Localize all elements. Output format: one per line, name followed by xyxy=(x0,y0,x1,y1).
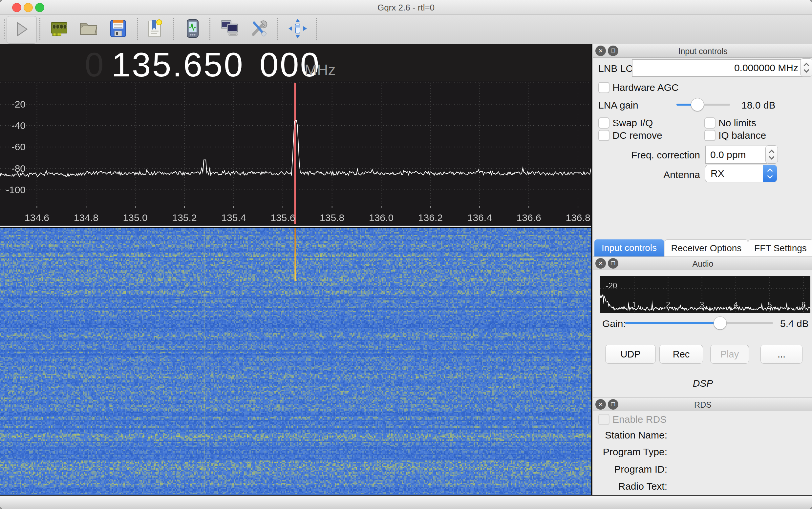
move-arrows-icon xyxy=(287,18,308,40)
enable-rds-label: Enable RDS xyxy=(612,414,667,425)
audio-gain-slider-thumb[interactable] xyxy=(714,316,727,330)
spectrum-y-tick-label: -20 xyxy=(11,99,26,110)
chevron-down-icon xyxy=(804,67,809,72)
remote-control-button[interactable] xyxy=(217,16,242,42)
dc-remove-checkbox[interactable] xyxy=(598,130,610,141)
hardware-agc-checkbox[interactable] xyxy=(598,82,610,93)
frequency-unit: MHz xyxy=(304,61,336,79)
freq-correction-value: 0.0 ppm xyxy=(710,149,746,160)
input-controls-title: Input controls xyxy=(593,46,812,56)
dsp-label: DSP xyxy=(593,378,812,389)
lna-gain-value: 18.0 dB xyxy=(741,100,775,111)
right-panel: ✕ ❐ Input controls LNB LO 0.000000 MHz H… xyxy=(592,44,812,495)
toolbar-separator xyxy=(316,18,317,40)
frequency-panel: 0 135.650 000 MHz -28 dBFS -100-80-60-40… xyxy=(0,44,593,81)
spectrum-x-tick-label: 136.2 xyxy=(418,212,443,223)
start-dsp-button[interactable] xyxy=(6,16,37,44)
spectrum-x-tick-label: 135.4 xyxy=(221,212,246,223)
rds-radio-text-label: Radio Text: xyxy=(598,481,667,492)
lnb-lo-stepper[interactable] xyxy=(800,58,812,77)
spectrum-x-tick-label: 135.6 xyxy=(270,212,295,223)
lna-gain-slider-thumb[interactable] xyxy=(691,98,704,111)
swap-iq-label: Swap I/Q xyxy=(612,117,653,129)
rds-program-id-label: Program ID: xyxy=(598,464,667,475)
bookmark-icon xyxy=(144,18,165,40)
save-file-button[interactable] xyxy=(105,16,131,42)
freq-correction-stepper[interactable] xyxy=(766,145,778,164)
spectrum-plot[interactable]: -20-40-60-80-100134.6134.8135.0135.2135.… xyxy=(0,81,593,226)
rec-button[interactable]: Rec xyxy=(659,345,703,364)
dsp-waveform-icon xyxy=(182,18,203,40)
audio-x-tick-label: 1 xyxy=(632,300,637,309)
tab-fft-settings[interactable]: FFT Settings xyxy=(748,239,812,257)
bookmarks-button[interactable] xyxy=(142,16,167,42)
device-board-icon xyxy=(48,18,70,40)
play-button: Play xyxy=(710,345,749,364)
open-file-button[interactable] xyxy=(76,16,101,42)
lnb-lo-value: 0.000000 MHz xyxy=(734,62,798,73)
audio-x-tick-label: 5 xyxy=(767,300,772,309)
spectrum-y-tick-label: -40 xyxy=(11,120,26,131)
iq-balance-label: IQ balance xyxy=(718,130,766,141)
spectrum-canvas[interactable] xyxy=(0,81,593,226)
spectrum-x-tick-label: 135.2 xyxy=(172,212,197,223)
audio-x-tick-label: 6 xyxy=(802,300,806,309)
rds-title: RDS xyxy=(593,400,812,410)
no-limits-checkbox[interactable] xyxy=(704,117,715,129)
audio-header: ✕ ❐ Audio xyxy=(593,257,812,270)
antenna-select[interactable]: RX xyxy=(705,165,777,182)
gqrx-window: Gqrx 2.6 - rtl=0 xyxy=(0,0,812,509)
dsp-options-button[interactable] xyxy=(180,16,205,42)
chevron-down-icon xyxy=(769,154,775,159)
settings-button[interactable] xyxy=(245,16,271,42)
window-title: Gqrx 2.6 - rtl=0 xyxy=(0,3,812,13)
fullscreen-move-button[interactable] xyxy=(285,16,311,42)
toolbar-separator xyxy=(173,18,174,40)
freq-correction-input[interactable]: 0.0 ppm xyxy=(705,146,767,164)
audio-y-tick-label: -20 xyxy=(606,281,617,290)
configure-io-devices-button[interactable] xyxy=(46,16,72,42)
tab-receiver-options[interactable]: Receiver Options xyxy=(664,239,748,257)
audio-x-tick-label: 2 xyxy=(666,300,670,309)
lna-gain-slider[interactable] xyxy=(677,104,730,106)
audio-x-tick-label: 4 xyxy=(734,300,738,309)
audio-gain-label: Gain: xyxy=(602,318,626,329)
antenna-label: Antenna xyxy=(635,169,700,180)
toolbar-drag-handle[interactable] xyxy=(4,19,5,39)
spectrum-y-tick-label: -80 xyxy=(11,163,26,174)
enable-rds-checkbox xyxy=(598,414,610,425)
frequency-dim-digit[interactable]: 0 xyxy=(85,50,105,79)
audio-options-button[interactable]: ... xyxy=(760,345,803,364)
iq-balance-checkbox[interactable] xyxy=(704,130,715,141)
toolbar-separator xyxy=(209,18,210,40)
tab-input-controls[interactable]: Input controls xyxy=(594,239,664,257)
waterfall-canvas[interactable] xyxy=(0,228,593,494)
play-icon xyxy=(12,20,31,40)
remote-computers-icon xyxy=(219,18,240,40)
waterfall-plot[interactable] xyxy=(0,227,593,496)
audio-gain-value: 5.4 dB xyxy=(780,318,809,329)
audio-gain-slider[interactable] xyxy=(625,322,773,324)
lna-gain-label: LNA gain xyxy=(598,100,638,111)
titlebar[interactable]: Gqrx 2.6 - rtl=0 xyxy=(0,0,812,15)
udp-button[interactable]: UDP xyxy=(605,345,656,364)
status-bar xyxy=(0,495,812,509)
antenna-value: RX xyxy=(711,168,724,179)
spectrum-y-tick-label: -60 xyxy=(11,141,26,152)
spectrum-y-tick-label: -100 xyxy=(6,184,26,196)
spectrum-x-tick-label: 136.4 xyxy=(467,212,492,223)
spectrum-x-tick-label: 136.8 xyxy=(565,212,590,223)
rds-station-name-label: Station Name: xyxy=(598,430,667,441)
swap-iq-checkbox[interactable] xyxy=(598,117,610,129)
lnb-lo-input[interactable]: 0.000000 MHz xyxy=(632,59,803,77)
spectrum-x-tick-label: 134.8 xyxy=(74,212,98,223)
floppy-icon xyxy=(108,18,129,40)
tools-icon xyxy=(248,18,268,40)
hardware-agc-label: Hardware AGC xyxy=(612,82,679,93)
toolbar-separator xyxy=(137,18,138,40)
no-limits-label: No limits xyxy=(718,117,756,129)
lnb-lo-label: LNB LO xyxy=(598,63,634,74)
frequency-display[interactable]: 135.650 000 xyxy=(111,50,320,79)
input-controls-header: ✕ ❐ Input controls xyxy=(593,44,812,58)
toolbar-separator xyxy=(277,18,278,40)
